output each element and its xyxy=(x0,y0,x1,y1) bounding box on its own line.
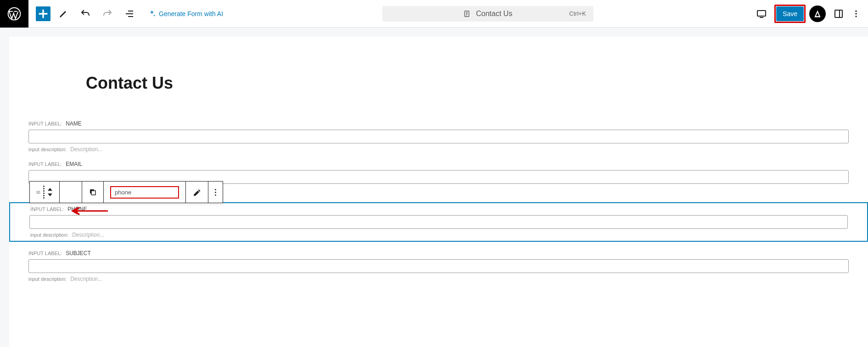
block-name-cell: phone xyxy=(104,182,186,203)
block-name-input[interactable]: phone xyxy=(110,186,179,199)
svg-rect-9 xyxy=(91,191,95,195)
document-title: Contact Us xyxy=(476,10,512,18)
subject-input[interactable] xyxy=(28,259,849,273)
form-field-email[interactable]: INPUT LABEL: EMAIL xyxy=(9,161,868,184)
document-title-bar[interactable]: Contact Us Ctrl+K xyxy=(382,6,594,22)
name-input[interactable] xyxy=(28,130,849,143)
undo-icon[interactable] xyxy=(76,5,95,23)
input-desc-placeholder[interactable]: Description... xyxy=(72,232,104,238)
required-toggle[interactable] xyxy=(60,182,82,203)
input-label-value[interactable]: SUBJECT xyxy=(66,250,91,256)
svg-rect-2 xyxy=(757,11,766,16)
save-button[interactable]: Save xyxy=(776,6,804,21)
block-type-cell[interactable] xyxy=(30,182,60,203)
sidebar-toggle-icon[interactable] xyxy=(829,5,848,23)
drag-handle-icon[interactable] xyxy=(43,188,45,196)
form-field-name[interactable]: INPUT LABEL: NAME input description: Des… xyxy=(9,120,868,153)
wordpress-logo[interactable] xyxy=(0,0,28,28)
form-field-subject[interactable]: INPUT LABEL: SUBJECT input description: … xyxy=(9,250,868,282)
redo-icon[interactable] xyxy=(98,5,117,23)
input-desc-prefix: input description: xyxy=(28,276,67,282)
annotation-arrow xyxy=(71,206,108,218)
input-desc-prefix: input description: xyxy=(30,232,68,238)
page-title[interactable]: Contact Us xyxy=(86,74,868,93)
input-label-value[interactable]: EMAIL xyxy=(66,161,82,167)
add-block-button[interactable] xyxy=(36,6,50,21)
move-arrows[interactable] xyxy=(47,188,53,196)
save-button-highlight: Save xyxy=(774,5,806,23)
toolbar-center: Contact Us Ctrl+K xyxy=(223,6,752,22)
edit-tool-icon[interactable] xyxy=(54,5,73,23)
editor-canvas-wrap: Contact Us INPUT LABEL: NAME input descr… xyxy=(0,28,868,347)
svg-point-4 xyxy=(855,10,857,11)
block-more-options[interactable] xyxy=(208,182,223,203)
form-field-phone[interactable]: phone INPUT LABEL: PHONE input descripti… xyxy=(9,202,868,242)
generate-form-ai-button[interactable]: Generate Form with AI xyxy=(148,10,223,18)
document-overview-icon[interactable] xyxy=(120,5,139,23)
block-toolbar: phone xyxy=(29,181,223,203)
input-desc-placeholder[interactable]: Description... xyxy=(70,146,102,153)
phone-input[interactable] xyxy=(29,215,848,229)
input-label-value[interactable]: NAME xyxy=(66,120,82,127)
svg-rect-3 xyxy=(835,10,842,17)
duplicate-button[interactable] xyxy=(82,182,104,203)
input-desc-placeholder[interactable]: Description... xyxy=(70,276,102,282)
input-label-prefix: INPUT LABEL: xyxy=(28,161,62,167)
svg-point-5 xyxy=(855,13,857,14)
astra-logo-icon[interactable] xyxy=(809,6,826,22)
keyboard-shortcut: Ctrl+K xyxy=(569,10,586,17)
input-desc-prefix: input description: xyxy=(28,147,67,152)
generate-form-ai-label: Generate Form with AI xyxy=(159,10,223,17)
styles-button[interactable] xyxy=(186,182,208,203)
input-label-prefix: INPUT LABEL: xyxy=(28,250,62,256)
view-icon[interactable] xyxy=(752,5,771,23)
top-toolbar: Generate Form with AI Contact Us Ctrl+K … xyxy=(0,0,868,28)
more-options-icon[interactable] xyxy=(851,5,861,23)
input-label-prefix: INPUT LABEL: xyxy=(28,121,62,126)
toolbar-right: Save xyxy=(752,5,868,23)
svg-point-6 xyxy=(855,16,857,17)
toolbar-left: Generate Form with AI xyxy=(28,5,223,23)
input-label-prefix: INPUT LABEL: xyxy=(30,206,64,212)
editor-canvas: Contact Us INPUT LABEL: NAME input descr… xyxy=(9,37,868,347)
